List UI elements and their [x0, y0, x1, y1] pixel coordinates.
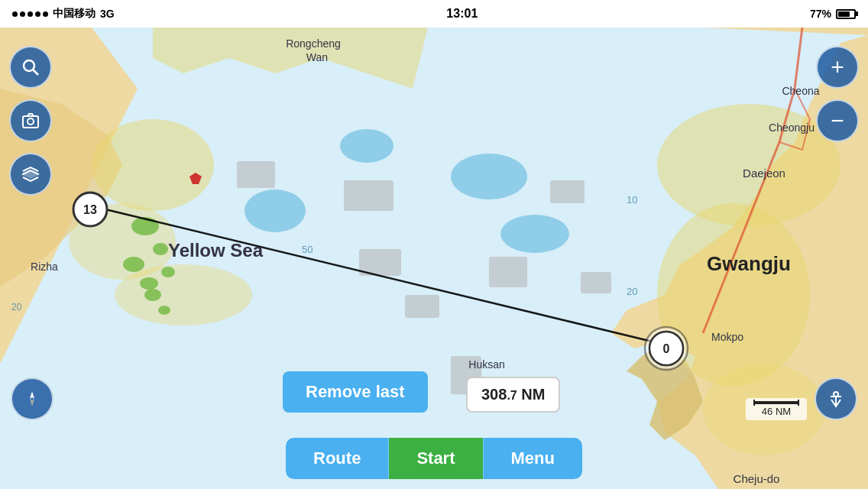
svg-text:Cheona: Cheona: [782, 85, 819, 97]
svg-text:Cheongju: Cheongju: [769, 121, 815, 134]
zoom-in-button[interactable]: +: [816, 46, 859, 89]
svg-text:Yellow Sea: Yellow Sea: [168, 240, 264, 261]
remove-last-button[interactable]: Remove last: [283, 371, 428, 413]
menu-button[interactable]: Menu: [483, 438, 582, 479]
time-display: 13:01: [446, 7, 478, 21]
svg-text:Huksan: Huksan: [468, 358, 504, 371]
svg-rect-13: [550, 180, 585, 203]
svg-rect-14: [581, 272, 611, 293]
distance-display: 308.7 NM: [466, 377, 560, 413]
svg-point-18: [500, 215, 569, 253]
svg-point-3: [115, 264, 252, 325]
svg-text:Mokpo: Mokpo: [711, 331, 743, 343]
svg-text:Daejeon: Daejeon: [743, 167, 785, 180]
anchor-button[interactable]: [815, 377, 857, 420]
svg-point-1: [92, 119, 214, 211]
status-left: 中国移动 3G: [12, 7, 115, 21]
svg-rect-7: [237, 161, 275, 188]
zoom-out-button[interactable]: −: [816, 99, 859, 142]
right-toolbar: + −: [816, 46, 859, 142]
svg-text:10: 10: [627, 194, 637, 206]
svg-point-23: [161, 267, 175, 277]
svg-text:13: 13: [83, 203, 97, 216]
battery-icon: [836, 9, 856, 19]
svg-marker-56: [30, 399, 34, 406]
svg-rect-8: [344, 180, 394, 211]
svg-point-22: [153, 243, 168, 255]
svg-rect-10: [405, 295, 439, 318]
battery-percent: 77%: [810, 8, 831, 20]
scale-value: 46: [762, 406, 772, 417]
svg-text:Gwangju: Gwangju: [707, 252, 791, 275]
svg-text:0: 0: [663, 342, 670, 355]
svg-line-52: [33, 70, 38, 75]
svg-point-15: [245, 189, 306, 232]
left-toolbar: [9, 46, 52, 196]
camera-button[interactable]: [9, 99, 52, 142]
carrier-label: 中国移动: [53, 7, 96, 21]
network-label: 3G: [100, 8, 115, 20]
svg-text:20: 20: [627, 286, 637, 297]
svg-point-25: [158, 306, 170, 315]
bottom-toolbar: Route Start Menu: [0, 428, 868, 489]
scale-line: [753, 401, 799, 404]
search-button[interactable]: [9, 46, 52, 89]
svg-point-51: [24, 60, 34, 71]
svg-point-54: [28, 118, 34, 125]
svg-text:Wan: Wan: [306, 51, 328, 63]
compass-button[interactable]: [11, 377, 53, 420]
scale-bar: 46 NM: [746, 398, 807, 420]
svg-point-20: [123, 257, 144, 272]
signal-dots: [12, 11, 48, 17]
map-svg: 50 10 20 20 13 0 Rongcheng Wan Yellow Se…: [0, 28, 868, 489]
status-right: 77%: [810, 8, 856, 20]
svg-marker-55: [30, 391, 34, 399]
route-button[interactable]: Route: [286, 438, 389, 479]
svg-point-21: [140, 277, 158, 290]
svg-point-16: [340, 129, 394, 163]
svg-text:Rongcheng: Rongcheng: [286, 37, 341, 50]
map-container[interactable]: 50 10 20 20 13 0 Rongcheng Wan Yellow Se…: [0, 28, 868, 489]
scale-unit: NM: [776, 406, 791, 417]
svg-text:20: 20: [11, 302, 22, 313]
distance-decimal: .7: [507, 389, 517, 402]
svg-text:Rizha: Rizha: [31, 261, 58, 273]
bottom-panel: Route Start Menu: [286, 438, 582, 479]
svg-point-24: [144, 289, 161, 301]
svg-point-17: [451, 154, 527, 199]
start-button[interactable]: Start: [389, 438, 482, 479]
distance-value: 308: [481, 386, 507, 403]
layers-button[interactable]: [9, 153, 52, 196]
distance-unit: NM: [521, 386, 545, 403]
svg-text:50: 50: [302, 244, 313, 255]
svg-rect-12: [489, 257, 527, 287]
status-bar: 中国移动 3G 13:01 77%: [0, 0, 868, 28]
